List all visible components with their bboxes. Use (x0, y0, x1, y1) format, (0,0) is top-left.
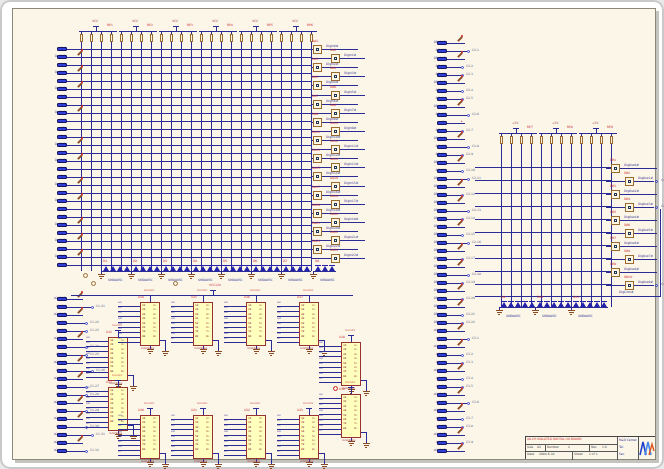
junction-dot (461, 363, 463, 365)
ground-bar (570, 314, 572, 315)
wire (67, 201, 311, 202)
text-label: O0 (224, 414, 284, 417)
ground-tap-icon (457, 132, 463, 138)
diode-array (281, 271, 311, 272)
ground-tap-icon (457, 196, 463, 202)
text-label: O6 (277, 332, 337, 335)
resistor (280, 34, 283, 42)
junction-dot (461, 299, 463, 301)
text-label: DA18 (330, 194, 390, 197)
junction-dot (461, 179, 463, 181)
wire (447, 275, 467, 276)
pad-circle (461, 354, 464, 357)
text-label: O7 (118, 337, 178, 340)
text-label: DA6 (330, 85, 390, 88)
diode-array (191, 271, 221, 272)
text-label: DB9 (610, 262, 664, 265)
wire (447, 347, 465, 348)
resistor (270, 34, 273, 42)
ground-tap-icon (457, 340, 463, 346)
ground-bar (255, 353, 257, 354)
diode-icon (117, 266, 123, 271)
connector-port (57, 79, 67, 83)
text-label: O1 (277, 306, 337, 309)
connector-port (437, 57, 447, 61)
text-label: DA9 (312, 112, 372, 115)
text-label: O6 (171, 332, 231, 335)
wire (447, 179, 467, 180)
opto-component (611, 268, 620, 277)
text-label: DA13 (312, 148, 372, 151)
grid-wire (475, 258, 611, 259)
diode-array (221, 271, 251, 272)
text-label: O4 (224, 435, 284, 438)
text-label: DA1 (312, 39, 372, 42)
wire (67, 217, 311, 218)
text-label: DA22 (330, 230, 390, 233)
wire (447, 299, 461, 300)
ground-bar (250, 278, 252, 279)
wire (67, 339, 83, 340)
ground-bar (363, 391, 370, 392)
junction-dot (81, 355, 83, 357)
diode-bar (177, 265, 183, 266)
wire (447, 107, 465, 108)
text-label: DigIn4# (326, 80, 386, 83)
opto-inner (316, 66, 319, 69)
text-label: O6 (224, 332, 284, 335)
connector-port (57, 143, 67, 147)
connector-port (437, 393, 447, 397)
text-label: O6 (319, 372, 379, 375)
text-label: U17 (297, 295, 357, 298)
connector-port (437, 137, 447, 141)
wire (447, 155, 461, 156)
text-label: O3 (277, 430, 337, 433)
connector-port (57, 167, 67, 171)
text-label: DB6 (624, 223, 664, 226)
diode-bar (230, 265, 236, 266)
wire (447, 195, 461, 196)
diode-icon (103, 266, 109, 271)
text-label: O5 (86, 362, 146, 365)
diode-icon (110, 266, 116, 271)
resistor (290, 34, 293, 42)
wire (447, 59, 465, 60)
ground-bar (98, 274, 105, 275)
connector-port (57, 305, 67, 309)
resistor (500, 136, 503, 144)
opto-inner (316, 175, 319, 178)
diode-bar (244, 265, 250, 266)
opto-inner (316, 157, 319, 160)
text-label: C2-8 (472, 144, 532, 147)
text-label: U14 (138, 295, 198, 298)
text-label: VCC12V (112, 374, 172, 377)
wire (447, 379, 461, 380)
ground-bar (280, 278, 282, 279)
connector-port (437, 249, 447, 253)
wire (67, 443, 83, 444)
text-label: O0 (171, 414, 231, 417)
diode-icon (587, 302, 593, 307)
connector-port (437, 169, 447, 173)
wire (67, 97, 311, 98)
revision-cell: Rev 1.0 (590, 445, 618, 452)
connector-port (437, 113, 447, 117)
text-label: O3 (171, 317, 231, 320)
text-label: DA21 (312, 221, 372, 224)
connector-port (437, 177, 447, 181)
diode-icon (601, 302, 607, 307)
diode-icon (537, 302, 543, 307)
power-bar (513, 128, 519, 129)
junction-dot (461, 195, 463, 197)
ground-bar (130, 278, 132, 279)
junction-dot (81, 291, 83, 293)
pad-circle (655, 206, 658, 209)
junction-dot (461, 51, 463, 53)
wire (447, 171, 461, 172)
ground-bar (148, 351, 153, 352)
opto-component (313, 154, 322, 163)
text-label: DigIn6# (326, 99, 386, 102)
resistor (550, 136, 553, 144)
diode-bar (587, 301, 593, 302)
ground-bar (269, 353, 274, 354)
